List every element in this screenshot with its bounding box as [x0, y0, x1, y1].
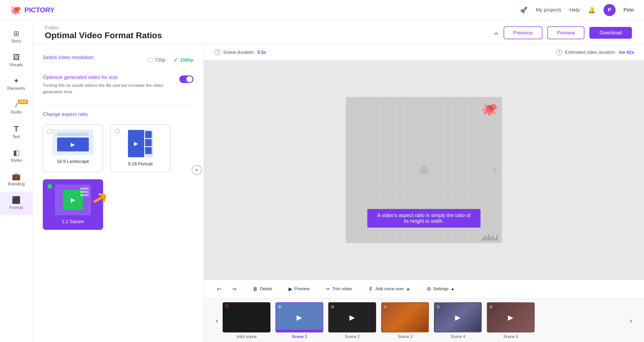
- main-layout: ⊞ Story 🖼 Visuals ✦ Elements NEW ♪ Audio…: [0, 20, 644, 342]
- sidebar-item-visuals[interactable]: 🖼 Visuals: [0, 49, 32, 72]
- sidebar-item-format[interactable]: ⬛ Format: [0, 192, 32, 215]
- trim-button[interactable]: ✂ Trim video: [323, 284, 355, 294]
- scene-3[interactable]: ⊕ Scene 3: [379, 302, 431, 339]
- estimated-duration: 🕐 Estimated video duration: 1m 42s: [556, 49, 634, 56]
- optimize-toggle[interactable]: [179, 75, 193, 83]
- add-scene-left[interactable]: +: [192, 165, 202, 175]
- controls-divider-4: [360, 285, 360, 292]
- video-canvas: 🐙 ⊕ + A video's aspect ratio is simply t…: [346, 97, 502, 243]
- timeline-nav-left[interactable]: ‹: [214, 317, 220, 325]
- eye-icon-intro: 🚫: [225, 304, 229, 308]
- sidebar-label-visuals: Visuals: [9, 62, 23, 67]
- aspect-card-landscape[interactable]: ▶ 16:9 Landscape: [43, 124, 103, 172]
- sidebar: ⊞ Story 🖼 Visuals ✦ Elements NEW ♪ Audio…: [0, 20, 33, 342]
- styles-icon: ◧: [13, 149, 20, 156]
- scene-2[interactable]: ⊕ ▶ Scene 2: [326, 302, 379, 339]
- preview-ctrl-button[interactable]: ▶ Preview: [286, 284, 312, 294]
- sidebar-label-styles: Styles: [10, 158, 22, 163]
- layers-icon-4: ⊕: [436, 304, 440, 310]
- resolution-row: Select video resolution 720p ✓ 1080p: [43, 55, 193, 65]
- play-ctrl-icon: ▶: [289, 286, 292, 292]
- scene-label-2: Scene 2: [345, 334, 360, 339]
- timeline: ‹ 🚫 Intro scene: [204, 298, 644, 342]
- change-aspect-link[interactable]: Change aspect ratio: [43, 111, 193, 117]
- delete-button[interactable]: 🗑 Delete: [250, 284, 275, 294]
- voice-over-button[interactable]: 🎙 Add voice-over ▲: [365, 284, 413, 294]
- scene-label-1: Scene 1: [292, 334, 307, 339]
- microphone-icon: 🎙: [368, 286, 373, 292]
- layers-icon-1: ⊕: [278, 304, 281, 310]
- landscape-preview: ▶: [53, 130, 93, 155]
- elements-icon: ✦: [13, 77, 19, 84]
- scene-1[interactable]: ⊕ ▶ Scene 1: [273, 302, 326, 339]
- scene-label-4: Scene 4: [451, 334, 465, 339]
- sidebar-label-text: Text: [12, 134, 20, 139]
- branding-icon: 💼: [12, 173, 21, 180]
- story-icon: ⊞: [13, 30, 19, 37]
- project-label: Project: [45, 25, 162, 30]
- sidebar-item-branding[interactable]: 💼 Branding: [0, 168, 32, 192]
- layers-icon-2: ⊕: [331, 304, 334, 310]
- project-title: Optimal Video Format Ratios: [45, 30, 162, 40]
- play-icon-landscape: ▶: [71, 141, 75, 148]
- scene-label-intro: Intro scene: [237, 334, 257, 339]
- play-icon-square: ▶: [71, 196, 75, 203]
- scene-duration-value: 5.5s: [257, 50, 266, 55]
- previous-button[interactable]: Previous: [504, 26, 542, 39]
- play-icon-portrait: ▶: [134, 140, 138, 147]
- preview-button[interactable]: Preview: [547, 26, 584, 39]
- scene-label-3: Scene 3: [398, 334, 413, 339]
- radio-square: [47, 184, 52, 189]
- check-1080p: ✓: [173, 57, 178, 63]
- sidebar-item-story[interactable]: ⊞ Story: [0, 25, 32, 49]
- sidebar-item-audio[interactable]: NEW ♪ Audio: [0, 96, 32, 120]
- download-button[interactable]: Download: [589, 27, 632, 39]
- notification-icon[interactable]: 🔔: [588, 7, 595, 14]
- controls-divider-2: [280, 285, 280, 292]
- sidebar-item-elements[interactable]: ✦ Elements: [0, 72, 32, 96]
- duration-bar: 🕐 Scene duration: 5.5s 🕐 Estimated video…: [204, 45, 644, 60]
- optimize-title: Optimize generated video for size: [43, 74, 179, 80]
- play-icon-5: ▶: [508, 313, 513, 322]
- sidebar-item-styles[interactable]: ◧ Styles: [0, 144, 32, 168]
- project-info: Project Optimal Video Format Ratios: [45, 25, 162, 40]
- scene-5[interactable]: ⊕ ▶ Scene 5: [484, 302, 537, 339]
- optimize-desc: Turning this on would reduce the file si…: [43, 82, 179, 95]
- scene-duration-label: Scene duration:: [223, 50, 255, 55]
- aspect-card-portrait[interactable]: ▶ 9:16 Portrait: [110, 124, 171, 172]
- layers-icon-5: ⊕: [489, 304, 493, 310]
- video-waveform: [482, 235, 498, 241]
- portrait-preview: ▶: [128, 130, 153, 157]
- sidebar-label-format: Format: [10, 205, 23, 210]
- undo-button[interactable]: ↩: [214, 284, 224, 294]
- scene-thumb-5: ⊕ ▶: [487, 302, 535, 332]
- sidebar-label-elements: Elements: [7, 86, 25, 91]
- voice-chevron-icon: ▲: [406, 286, 410, 291]
- scene-intro[interactable]: 🚫 Intro scene: [220, 302, 273, 339]
- timeline-nav-right[interactable]: ›: [628, 317, 634, 325]
- center-target-icon: ⊕: [419, 163, 429, 177]
- divider: [43, 104, 193, 104]
- settings-icon: ⚙: [427, 286, 431, 292]
- scene-duration: 🕐 Scene duration: 5.5s: [214, 49, 266, 56]
- avatar[interactable]: P: [603, 4, 616, 16]
- option-720p[interactable]: 720p: [148, 57, 165, 63]
- resolution-label[interactable]: Select video resolution: [43, 55, 93, 60]
- main-content: Project Optimal Video Format Ratios ☁ Pr…: [33, 20, 644, 342]
- scene-thumb-intro: 🚫: [223, 302, 270, 332]
- play-icon-1: ▶: [297, 313, 302, 322]
- format-panel: Select video resolution 720p ✓ 1080p: [33, 45, 204, 342]
- scene-4[interactable]: ⊕ ▶ Scene 4: [431, 302, 484, 339]
- estimated-value: 1m 42s: [619, 50, 634, 55]
- my-projects-link[interactable]: My projects: [536, 7, 561, 13]
- settings-button[interactable]: ⚙ Settings ▲: [424, 284, 458, 294]
- redo-button[interactable]: ↪: [229, 284, 239, 294]
- landscape-label: 16:9 Landscape: [57, 159, 89, 164]
- help-link[interactable]: Help: [570, 7, 580, 13]
- option-1080p[interactable]: ✓ 1080p: [173, 57, 193, 63]
- sidebar-item-text[interactable]: T Text: [0, 120, 32, 144]
- controls-divider-1: [245, 285, 245, 292]
- radio-portrait: [115, 129, 120, 134]
- sidebar-label-audio: Audio: [11, 110, 22, 115]
- cloud-icon: ☁: [493, 29, 499, 36]
